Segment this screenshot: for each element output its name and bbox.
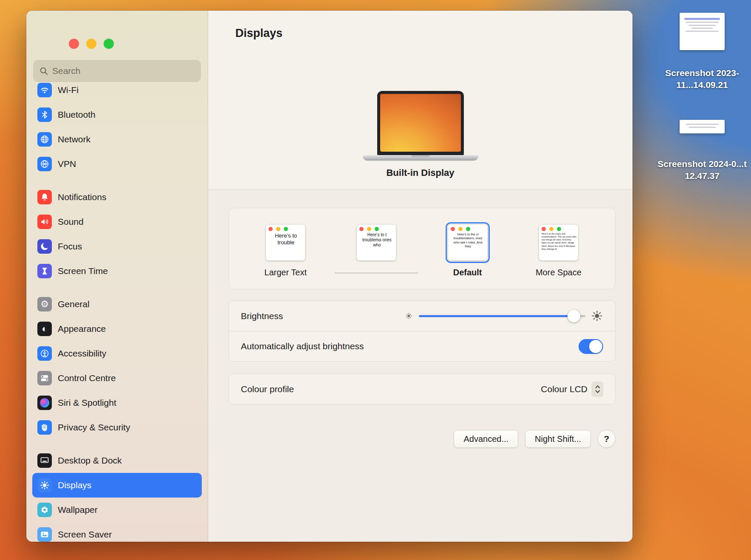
moon-icon [37,239,52,254]
toggles-icon [37,371,52,385]
desktop-file-label: Screenshot 2024-0...t 12.47.37 [653,158,751,182]
sidebar-item-focus[interactable]: Focus [32,234,202,259]
sidebar-item-notifications[interactable]: Notifications [32,185,202,209]
accessibility-person-icon [37,346,52,361]
sidebar-item-control-centre[interactable]: Control Centre [32,366,202,390]
stepper-icon[interactable] [592,382,603,397]
sidebar-item-desktop-dock[interactable]: Desktop & Dock [32,448,202,473]
sidebar-item-label: Appearance [58,324,106,334]
resolution-option-label: More Space [536,268,582,278]
sidebar-item-screen-saver[interactable]: Screen Saver [32,522,202,542]
sidebar-item-label: Privacy & Security [58,422,130,433]
page-title: Displays [235,27,632,40]
sidebar-item-accessibility[interactable]: Accessibility [32,341,202,366]
sidebar-item-label: VPN [58,159,76,169]
night-shift-button[interactable]: Night Shift... [525,430,591,448]
auto-brightness-toggle[interactable] [579,339,603,354]
colour-profile-select[interactable]: Colour LCD [541,382,603,397]
desktop-file-screenshot-2[interactable]: Screenshot 2024-0...t 12.47.37 [653,120,751,182]
sidebar-item-sound[interactable]: Sound [32,209,202,234]
search-field[interactable] [33,60,201,82]
help-button[interactable]: ? [598,430,615,448]
display-header: Displays Built-in Display [208,11,632,190]
resolution-option-default[interactable]: Here’s to the cr troublemakers. ones who… [425,223,510,278]
sidebar-item-label: Wi-Fi [58,85,79,95]
resolution-thumbnail: Here’s to trouble [266,225,305,260]
hand-icon [37,420,52,435]
brightness-high-icon [591,310,603,322]
sidebar-item-privacy-security[interactable]: Privacy & Security [32,415,202,440]
colour-profile-value: Colour LCD [541,384,587,394]
sidebar-item-label: Screen Saver [58,529,112,540]
desktop-file-label: Screenshot 2023-11...14.09.21 [653,67,751,91]
brightness-slider-fill [419,315,574,317]
sidebar-item-label: Desktop & Dock [58,455,122,466]
sidebar: Wi-Fi Bluetooth Network VPN [26,11,208,542]
sidebar-item-label: Displays [58,480,91,490]
sidebar-item-wifi[interactable]: Wi-Fi [32,82,202,102]
hourglass-icon [37,264,52,278]
brightness-label: Brightness [241,311,283,321]
advanced-button[interactable]: Advanced... [454,430,518,448]
sidebar-item-siri-spotlight[interactable]: Siri & Spotlight [32,390,202,415]
resolution-picker: Here’s to trouble Larger Text Here’s to … [229,208,615,289]
flower-icon [37,503,52,517]
footer-buttons: Advanced... Night Shift... ? [229,430,615,448]
auto-brightness-row: Automatically adjust brightness [229,331,615,361]
brightness-slider-knob[interactable] [567,310,580,322]
bluetooth-icon [37,107,52,122]
resolution-option-larger-text[interactable]: Here’s to trouble Larger Text [243,223,328,278]
colour-profile-row: Colour profile Colour LCD [229,374,615,404]
close-button[interactable] [69,39,79,49]
sidebar-item-vpn[interactable]: VPN [32,152,202,176]
sidebar-item-wallpaper[interactable]: Wallpaper [32,498,202,522]
sidebar-item-label: Accessibility [58,348,106,359]
resolution-option-2[interactable]: Here’s to t troublema ones who [334,223,419,278]
brightness-slider[interactable] [419,309,585,323]
brightness-row: Brightness [229,301,615,331]
sidebar-item-bluetooth[interactable]: Bluetooth [32,102,202,127]
colour-profile-label: Colour profile [241,384,294,394]
gear-icon: ⚙ [37,297,52,311]
file-thumbnail-icon [680,120,725,133]
sidebar-item-label: General [58,299,90,309]
sidebar-item-general[interactable]: ⚙ General [32,292,202,317]
sidebar-item-label: Control Centre [58,373,116,383]
sidebar-item-label: Screen Time [58,266,108,276]
macbook-screen [377,91,464,156]
bell-icon [37,190,52,204]
zoom-button[interactable] [104,39,114,49]
sidebar-item-screen-time[interactable]: Screen Time [32,259,202,283]
sun-display-icon [37,478,52,492]
half-circle-icon: ◐ [37,322,52,336]
minimize-button[interactable] [86,39,96,49]
sidebar-list: Wi-Fi Bluetooth Network VPN [26,82,208,542]
desktop-file-screenshot-1[interactable]: Screenshot 2023-11...14.09.21 [653,13,751,91]
sidebar-item-label: Focus [58,241,82,252]
display-name: Built-in Display [386,167,454,178]
brightness-low-icon [404,311,413,320]
brightness-card: Brightness Automatically adjust brightne… [229,300,615,362]
resolution-option-more-space[interactable]: Here’s to the crazy one troublemakers. T… [516,223,601,278]
desktop: { "window": { "sidebar": { "search": { "… [0,0,751,560]
sidebar-item-appearance[interactable]: ◐ Appearance [32,317,202,341]
system-settings-window: Wi-Fi Bluetooth Network VPN [26,11,632,542]
macbook-illustration: Built-in Display [363,91,478,189]
photo-icon [37,527,52,542]
resolution-option-label: Default [453,268,482,278]
resolution-option-label: Larger Text [264,268,307,278]
colour-profile-card: Colour profile Colour LCD [229,373,615,404]
speaker-icon [37,215,52,229]
wifi-icon [37,83,52,97]
sidebar-item-network[interactable]: Network [32,127,202,152]
sidebar-item-displays[interactable]: Displays [32,473,202,498]
sidebar-item-label: Siri & Spotlight [58,398,116,408]
search-input[interactable] [52,66,195,76]
sidebar-item-label: Wallpaper [58,505,98,515]
window-controls [26,11,208,49]
displays-pane: Displays Built-in Display Here’s to trou… [208,11,632,542]
sidebar-item-label: Sound [58,217,84,227]
sidebar-item-label: Bluetooth [58,110,96,120]
sidebar-item-label: Notifications [58,192,106,202]
search-icon [39,66,48,76]
